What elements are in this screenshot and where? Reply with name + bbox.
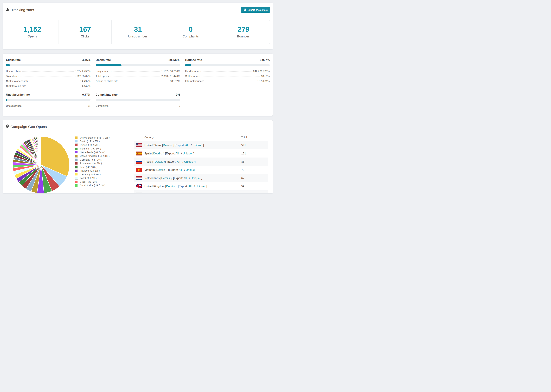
legend-item-vietnam: Vietnam ( 79 / 5% ) bbox=[75, 147, 129, 151]
stat-cell-bounces: 279Bounces bbox=[217, 20, 270, 44]
tracking-stats-card: Tracking stats Export basic stats 1,152O… bbox=[3, 3, 273, 49]
legend-swatch bbox=[75, 177, 78, 180]
export-basic-stats-button[interactable]: Export basic stats bbox=[241, 7, 270, 13]
stat-value: 1,152 bbox=[23, 26, 41, 33]
export-unique-link-es[interactable]: Unique › bbox=[183, 152, 193, 155]
legend-swatch bbox=[75, 143, 78, 147]
export-all-link-es[interactable]: All › bbox=[176, 152, 180, 155]
legend-swatch bbox=[75, 136, 78, 139]
rate-progress-fill bbox=[6, 99, 7, 101]
stat-label: Unsubscribes bbox=[128, 35, 148, 38]
legend-item-canada: Canada ( 40 / 2% ) bbox=[75, 173, 129, 176]
rate-detail-value: 167 / 4.456% bbox=[75, 70, 90, 72]
details-link-ru[interactable]: Details › bbox=[155, 160, 165, 163]
legend-label: Romania ( 49 / 3% ) bbox=[80, 162, 102, 165]
rate-detail-value: 0 bbox=[179, 104, 180, 107]
legend-label: Spain ( 121 / 7% ) bbox=[80, 140, 100, 143]
rate-detail-label: Total opens bbox=[96, 75, 109, 77]
export-all-link-de[interactable]: All › bbox=[180, 193, 185, 194]
geo-table-row-nl: Netherlands [Details ›] [Export: All › /… bbox=[134, 174, 268, 182]
rate-progress-track bbox=[96, 99, 180, 101]
ru-flag-icon bbox=[136, 160, 142, 164]
rate-value: 0.77% bbox=[82, 93, 90, 97]
export-unique-link-gb[interactable]: Unique › bbox=[196, 185, 206, 188]
stat-value: 279 bbox=[238, 26, 249, 33]
details-link-us[interactable]: Details › bbox=[163, 144, 173, 147]
rate-detail-row: Total opens2,303 / 61.446% bbox=[96, 74, 180, 78]
legend-swatch bbox=[75, 147, 78, 150]
rate-detail-row: Internal bounces19 / 6.81% bbox=[185, 78, 270, 84]
details-link-gb[interactable]: Details › bbox=[166, 185, 177, 188]
rate-detail-label: Internal bounces bbox=[185, 79, 204, 83]
country-cell: Vietnam [Details ›] [Export: All › / Uni… bbox=[144, 168, 197, 172]
stat-label: Complaints bbox=[182, 35, 199, 38]
legend-label: France ( 42 / 2% ) bbox=[80, 169, 100, 172]
rate-detail-value: 19 / 6.81% bbox=[257, 79, 270, 83]
legend-item-germany: Germany ( 55 / 3% ) bbox=[75, 158, 129, 162]
stat-label: Opens bbox=[28, 35, 37, 38]
pie-slice-other bbox=[41, 136, 41, 165]
dotted-leader bbox=[23, 106, 86, 106]
nl-flag-icon bbox=[136, 176, 142, 180]
legend-swatch bbox=[75, 158, 78, 161]
geo-table-row-gb: United Kingdom [Details ›] [Export: All … bbox=[134, 182, 268, 190]
rate-detail-row: Unique clicks167 / 4.456% bbox=[6, 69, 91, 74]
legend-item-france: France ( 42 / 2% ) bbox=[75, 169, 129, 173]
legend-swatch bbox=[75, 155, 78, 158]
total-cell: 79 bbox=[241, 168, 268, 172]
rate-panel-unsubscribe-rate: Unsubscribe rate0.77%Unsubscribes31 bbox=[6, 93, 91, 108]
rate-detail-value: 689.82% bbox=[170, 79, 180, 83]
legend-label: United Kingdom ( 59 / 3% ) bbox=[80, 155, 110, 157]
rate-detail-label: Total clicks bbox=[6, 75, 19, 77]
legend-swatch bbox=[75, 162, 78, 165]
rate-detail-row: Hard bounces242 / 86.738% bbox=[185, 69, 270, 74]
stat-value: 167 bbox=[79, 26, 91, 33]
legend-swatch bbox=[75, 151, 78, 154]
details-link-de[interactable]: Details › bbox=[158, 193, 168, 194]
export-unique-link-nl[interactable]: Unique › bbox=[191, 176, 201, 180]
export-all-link-us[interactable]: All › bbox=[185, 144, 190, 147]
legend-swatch bbox=[75, 140, 78, 143]
country-cell: Spain [Details ›] [Export: All › / Uniqu… bbox=[144, 152, 194, 155]
rate-detail-value: 31 bbox=[88, 104, 91, 107]
legend-item-south-africa: South Africa ( 29 / 2% ) bbox=[75, 184, 129, 188]
rate-detail-label: Clicks to opens rate bbox=[6, 79, 28, 83]
legend-item-russia: Russia ( 86 / 5% ) bbox=[75, 143, 129, 147]
country-cell: United States [Details ›] [Export: All ›… bbox=[144, 144, 204, 147]
rate-detail-label: Click through rate bbox=[6, 84, 26, 87]
details-link-es[interactable]: Details › bbox=[153, 152, 164, 155]
export-unique-link-us[interactable]: Unique › bbox=[192, 144, 203, 147]
export-all-link-ru[interactable]: All › bbox=[177, 160, 182, 163]
geo-table: Country Total United States [Details ›] … bbox=[134, 133, 268, 193]
details-link-nl[interactable]: Details › bbox=[161, 176, 172, 180]
legend-swatch bbox=[75, 166, 78, 168]
export-all-link-nl[interactable]: All › bbox=[184, 176, 188, 180]
rate-detail-label: Hard bounces bbox=[185, 70, 201, 72]
de-flag-icon bbox=[136, 193, 142, 194]
rate-progress-track bbox=[185, 64, 270, 66]
details-link-vn[interactable]: Details › bbox=[156, 168, 167, 171]
legend-label: Brazil ( 33 / 2% ) bbox=[80, 181, 98, 183]
stat-cell-complaints: 0Complaints bbox=[164, 20, 217, 44]
rate-progress-track bbox=[6, 99, 91, 101]
column-header-total: Total bbox=[241, 136, 268, 139]
export-all-link-gb[interactable]: All › bbox=[188, 185, 193, 188]
export-unique-link-de[interactable]: Unique › bbox=[187, 193, 198, 194]
stat-cell-opens: 1,152Opens bbox=[6, 20, 59, 44]
legend-label: Germany ( 55 / 3% ) bbox=[80, 158, 102, 161]
rate-value: 6.927% bbox=[260, 58, 270, 62]
export-all-link-vn[interactable]: All › bbox=[179, 168, 184, 171]
export-unique-link-vn[interactable]: Unique › bbox=[186, 168, 197, 171]
country-cell: Germany [Details ›] [Export: All › / Uni… bbox=[144, 193, 198, 194]
geo-table-row-us: United States [Details ›] [Export: All ›… bbox=[134, 141, 268, 149]
total-cell: 59 bbox=[241, 185, 268, 188]
rate-detail-label: Opens to clicks rate bbox=[96, 79, 118, 83]
total-cell: 86 bbox=[241, 160, 268, 163]
export-unique-link-ru[interactable]: Unique › bbox=[184, 160, 195, 163]
rate-panel-opens-rate: Opens rate30.736%Unique opens1,152 / 30.… bbox=[96, 58, 180, 88]
rate-detail-value: 18 / 0% bbox=[261, 75, 270, 77]
rate-detail-row: Soft bounces18 / 0% bbox=[185, 74, 270, 78]
legend-swatch bbox=[75, 173, 78, 176]
rate-detail-row: Clicks to opens rate14.497% bbox=[6, 78, 91, 84]
total-cell: 67 bbox=[241, 176, 268, 180]
